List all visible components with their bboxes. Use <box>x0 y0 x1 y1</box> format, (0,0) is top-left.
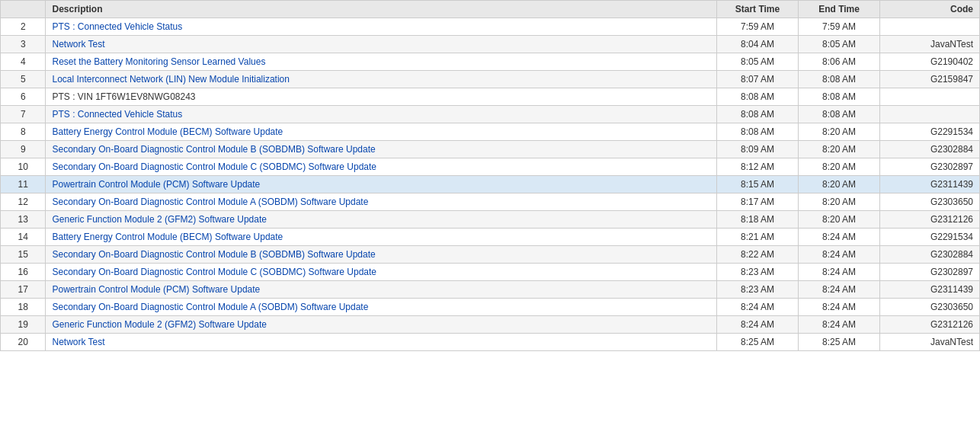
row-end-time: 8:20 AM <box>799 176 880 193</box>
description-link[interactable]: Powertrain Control Module (PCM) Software… <box>52 284 260 295</box>
table-row: 18Secondary On-Board Diagnostic Control … <box>1 299 980 316</box>
row-code: G2159847 <box>880 71 980 88</box>
row-number: 16 <box>1 264 46 281</box>
description-link[interactable]: PTS : Connected Vehicle Status <box>52 21 182 32</box>
description-link[interactable]: Powertrain Control Module (PCM) Software… <box>52 179 260 190</box>
row-number: 4 <box>1 53 46 71</box>
row-start-time: 7:59 AM <box>716 18 798 36</box>
table-row: 10Secondary On-Board Diagnostic Control … <box>1 158 980 176</box>
row-description[interactable]: Secondary On-Board Diagnostic Control Mo… <box>46 264 716 281</box>
row-code: G2303650 <box>880 299 980 316</box>
table-row: 9Secondary On-Board Diagnostic Control M… <box>1 141 980 158</box>
row-code: G2302897 <box>880 264 980 281</box>
row-description[interactable]: Secondary On-Board Diagnostic Control Mo… <box>46 158 716 176</box>
row-number: 18 <box>1 299 46 316</box>
description-link[interactable]: Secondary On-Board Diagnostic Control Mo… <box>52 161 376 172</box>
row-description[interactable]: Secondary On-Board Diagnostic Control Mo… <box>46 299 716 316</box>
row-start-time: 8:23 AM <box>716 264 798 281</box>
row-end-time: 8:08 AM <box>799 71 880 88</box>
row-description[interactable]: Battery Energy Control Module (BECM) Sof… <box>46 123 716 141</box>
row-number: 3 <box>1 36 46 53</box>
row-description[interactable]: Local Interconnect Network (LIN) New Mod… <box>46 71 716 88</box>
row-description[interactable]: Powertrain Control Module (PCM) Software… <box>46 281 716 299</box>
row-description[interactable]: Network Test <box>46 36 716 53</box>
row-code: G2291534 <box>880 229 980 246</box>
row-start-time: 8:09 AM <box>716 141 798 158</box>
row-description[interactable]: PTS : Connected Vehicle Status <box>46 106 716 123</box>
row-number: 8 <box>1 123 46 141</box>
row-number: 14 <box>1 229 46 246</box>
row-number: 15 <box>1 246 46 264</box>
col-header-desc: Description <box>46 1 716 18</box>
row-end-time: 8:20 AM <box>799 141 880 158</box>
row-end-time: 8:25 AM <box>799 334 880 351</box>
col-header-num <box>1 1 46 18</box>
row-description[interactable]: Generic Function Module 2 (GFM2) Softwar… <box>46 211 716 229</box>
row-code: G2291534 <box>880 123 980 141</box>
row-start-time: 8:24 AM <box>716 316 798 334</box>
table-row: 4Reset the Battery Monitoring Sensor Lea… <box>1 53 980 71</box>
row-description[interactable]: PTS : Connected Vehicle Status <box>46 18 716 36</box>
row-code: G2302897 <box>880 158 980 176</box>
row-start-time: 8:22 AM <box>716 246 798 264</box>
row-number: 19 <box>1 316 46 334</box>
table-row: 2PTS : Connected Vehicle Status7:59 AM7:… <box>1 18 980 36</box>
table-row: 7PTS : Connected Vehicle Status8:08 AM8:… <box>1 106 980 123</box>
row-start-time: 8:24 AM <box>716 299 798 316</box>
row-code: G2311439 <box>880 281 980 299</box>
row-description[interactable]: Powertrain Control Module (PCM) Software… <box>46 176 716 193</box>
row-end-time: 8:20 AM <box>799 211 880 229</box>
table-row: 19Generic Function Module 2 (GFM2) Softw… <box>1 316 980 334</box>
row-description[interactable]: Reset the Battery Monitoring Sensor Lear… <box>46 53 716 71</box>
row-code: G2311439 <box>880 176 980 193</box>
table-row: 3Network Test8:04 AM8:05 AMJavaNTest <box>1 36 980 53</box>
description-link[interactable]: Network Test <box>52 39 104 50</box>
row-end-time: 8:20 AM <box>799 193 880 211</box>
row-description[interactable]: Battery Energy Control Module (BECM) Sof… <box>46 229 716 246</box>
row-code: G2303650 <box>880 193 980 211</box>
description-link[interactable]: Battery Energy Control Module (BECM) Sof… <box>52 126 283 137</box>
description-link[interactable]: Secondary On-Board Diagnostic Control Mo… <box>52 302 368 312</box>
row-description[interactable]: Network Test <box>46 334 716 351</box>
table-row: 5Local Interconnect Network (LIN) New Mo… <box>1 71 980 88</box>
row-end-time: 8:20 AM <box>799 158 880 176</box>
row-start-time: 8:15 AM <box>716 176 798 193</box>
table-row: 8Battery Energy Control Module (BECM) So… <box>1 123 980 141</box>
description-link[interactable]: Reset the Battery Monitoring Sensor Lear… <box>52 56 265 67</box>
description-link[interactable]: Secondary On-Board Diagnostic Control Mo… <box>52 249 375 260</box>
description-link[interactable]: Battery Energy Control Module (BECM) Sof… <box>52 232 283 242</box>
row-description[interactable]: Secondary On-Board Diagnostic Control Mo… <box>46 193 716 211</box>
row-start-time: 8:08 AM <box>716 106 798 123</box>
row-number: 9 <box>1 141 46 158</box>
row-number: 5 <box>1 71 46 88</box>
description-link[interactable]: Generic Function Module 2 (GFM2) Softwar… <box>52 319 266 330</box>
row-end-time: 8:24 AM <box>799 264 880 281</box>
row-code: JavaNTest <box>880 334 980 351</box>
row-code: JavaNTest <box>880 36 980 53</box>
row-code <box>880 88 980 106</box>
description-link[interactable]: Secondary On-Board Diagnostic Control Mo… <box>52 144 375 155</box>
description-link[interactable]: Local Interconnect Network (LIN) New Mod… <box>52 74 289 85</box>
row-description[interactable]: Secondary On-Board Diagnostic Control Mo… <box>46 246 716 264</box>
row-code: G2302884 <box>880 246 980 264</box>
description-link[interactable]: Network Test <box>52 337 104 347</box>
description-link[interactable]: Generic Function Module 2 (GFM2) Softwar… <box>52 214 266 225</box>
row-code: G2312126 <box>880 211 980 229</box>
row-end-time: 8:06 AM <box>799 53 880 71</box>
row-description[interactable]: Generic Function Module 2 (GFM2) Softwar… <box>46 316 716 334</box>
description-link[interactable]: Secondary On-Board Diagnostic Control Mo… <box>52 267 376 277</box>
row-start-time: 8:07 AM <box>716 71 798 88</box>
row-number: 13 <box>1 211 46 229</box>
col-header-code: Code <box>880 1 980 18</box>
table-row: 17Powertrain Control Module (PCM) Softwa… <box>1 281 980 299</box>
description-link[interactable]: Secondary On-Board Diagnostic Control Mo… <box>52 197 368 207</box>
table-row: 14Battery Energy Control Module (BECM) S… <box>1 229 980 246</box>
table-row: 20Network Test8:25 AM8:25 AMJavaNTest <box>1 334 980 351</box>
table-row: 13Generic Function Module 2 (GFM2) Softw… <box>1 211 980 229</box>
row-end-time: 8:24 AM <box>799 316 880 334</box>
row-end-time: 8:24 AM <box>799 246 880 264</box>
row-description[interactable]: Secondary On-Board Diagnostic Control Mo… <box>46 141 716 158</box>
row-start-time: 8:23 AM <box>716 281 798 299</box>
row-code: G2190402 <box>880 53 980 71</box>
description-link[interactable]: PTS : Connected Vehicle Status <box>52 109 182 120</box>
